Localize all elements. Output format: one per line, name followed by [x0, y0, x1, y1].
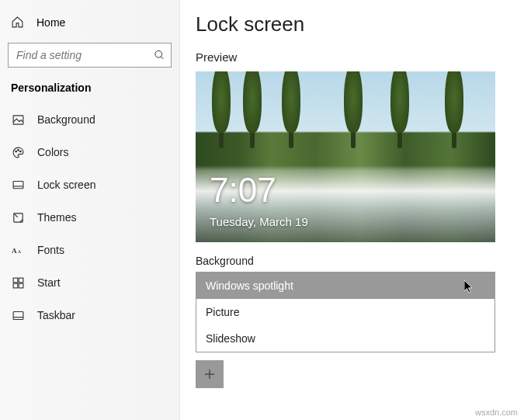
cursor-icon	[464, 280, 474, 293]
svg-rect-15	[13, 311, 23, 319]
lock-screen-preview: 7:07 Tuesday, March 19	[196, 71, 495, 242]
sidebar-item-label: Colors	[37, 146, 68, 158]
svg-point-5	[19, 151, 21, 152]
sidebar-item-label: Start	[37, 276, 61, 289]
sidebar-item-start[interactable]: Start	[0, 266, 179, 299]
preview-date: Tuesday, March 19	[210, 215, 308, 228]
sidebar-item-themes[interactable]: Themes	[0, 201, 179, 234]
dropdown-option-label: Windows spotlight	[206, 279, 293, 292]
dropdown-option-spotlight[interactable]: Windows spotlight	[196, 272, 495, 299]
plus-icon	[203, 367, 217, 381]
svg-rect-6	[13, 181, 23, 188]
sidebar-item-label: Taskbar	[37, 309, 75, 321]
main-content: Lock screen Preview 7:07 Tuesday, March …	[180, 0, 524, 420]
taskbar-icon	[11, 308, 25, 322]
preview-time: 7:07	[210, 171, 276, 210]
background-dropdown[interactable]: Windows spotlight Picture Slideshow	[196, 272, 495, 352]
svg-line-1	[161, 57, 163, 59]
sidebar: Home Personalization Background Colors	[0, 0, 180, 420]
svg-point-0	[155, 50, 162, 57]
start-icon	[11, 276, 25, 290]
sidebar-item-fonts[interactable]: A A Fonts	[0, 234, 179, 266]
dropdown-option-label: Slideshow	[206, 332, 255, 345]
image-icon	[11, 113, 25, 127]
svg-rect-13	[13, 283, 18, 288]
svg-rect-12	[19, 278, 23, 283]
sidebar-item-lock-screen[interactable]: Lock screen	[0, 168, 179, 201]
sidebar-item-label: Fonts	[37, 244, 64, 256]
search-field-wrap	[8, 43, 172, 68]
search-icon	[154, 50, 165, 61]
background-dropdown-label: Background	[196, 255, 508, 267]
home-nav-item[interactable]: Home	[0, 9, 179, 38]
themes-icon	[11, 210, 25, 224]
sidebar-item-background[interactable]: Background	[0, 103, 179, 136]
dropdown-option-slideshow[interactable]: Slideshow	[196, 325, 495, 352]
dropdown-option-picture[interactable]: Picture	[196, 299, 495, 325]
section-title: Personalization	[0, 78, 179, 103]
dropdown-option-label: Picture	[206, 306, 240, 318]
svg-rect-11	[13, 278, 18, 283]
sidebar-item-label: Themes	[37, 211, 77, 224]
svg-text:A: A	[12, 247, 17, 255]
preview-label: Preview	[196, 50, 508, 64]
svg-rect-14	[19, 283, 23, 288]
palette-icon	[11, 145, 25, 159]
svg-point-3	[15, 151, 16, 152]
sidebar-item-taskbar[interactable]: Taskbar	[0, 299, 179, 331]
svg-text:A: A	[17, 248, 21, 254]
fonts-icon: A A	[11, 243, 25, 257]
page-title: Lock screen	[196, 12, 508, 36]
sidebar-item-label: Background	[37, 113, 95, 126]
watermark: wsxdn.com	[475, 408, 518, 417]
add-button[interactable]	[196, 360, 224, 388]
lock-screen-icon	[11, 178, 25, 192]
sidebar-item-colors[interactable]: Colors	[0, 136, 179, 168]
search-input[interactable]	[8, 43, 172, 68]
home-label: Home	[36, 16, 65, 29]
sidebar-item-label: Lock screen	[37, 179, 95, 191]
home-icon	[11, 16, 24, 29]
svg-point-4	[17, 149, 19, 151]
